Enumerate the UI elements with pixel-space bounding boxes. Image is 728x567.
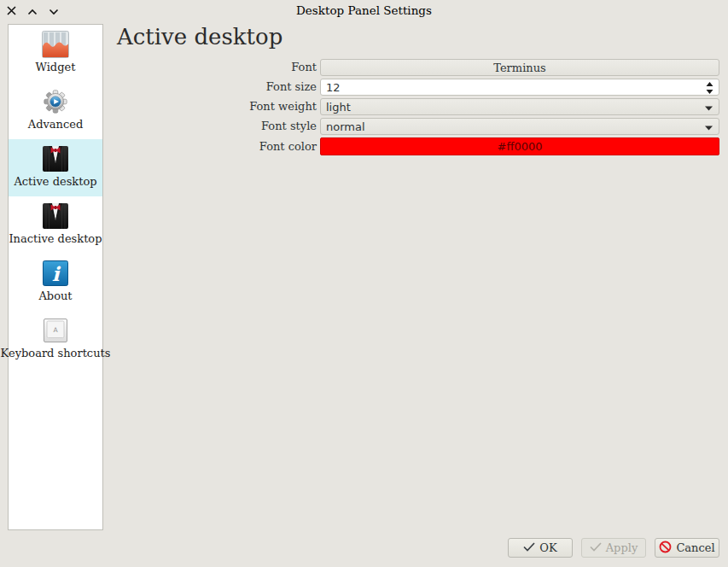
sidebar-item-keyboard-shortcuts[interactable]: A Keyboard shortcuts	[9, 311, 102, 368]
font-color-row: Font color #ff0000	[115, 137, 719, 155]
font-style-label: Font style	[115, 118, 320, 135]
sidebar-item-label: Active desktop	[14, 175, 96, 188]
svg-text:A: A	[53, 326, 58, 334]
font-size-label: Font size	[115, 79, 320, 96]
titlebar: Desktop Panel Settings	[0, 0, 728, 20]
font-weight-row: Font weight light	[115, 98, 719, 115]
font-weight-dropdown[interactable]: light	[320, 98, 719, 115]
sidebar-item-label: Keyboard shortcuts	[1, 347, 111, 359]
font-picker-value: Terminus	[493, 61, 545, 74]
font-weight-label: Font weight	[115, 98, 320, 115]
font-style-value: normal	[326, 120, 365, 133]
sidebar-item-label: Widget	[36, 61, 76, 73]
sidebar-item-label: Advanced	[28, 118, 83, 131]
font-label: Font	[115, 59, 320, 76]
widget-chart-icon	[42, 31, 69, 58]
sidebar-item-active-desktop[interactable]: Active desktop	[9, 139, 102, 196]
keyboard-key-icon: A	[42, 317, 69, 344]
window-title: Desktop Panel Settings	[0, 3, 728, 17]
active-desktop-form: Font Terminus Font size 12 Font weight l…	[115, 59, 719, 158]
font-color-value: #ff0000	[498, 140, 543, 153]
gear-icon	[42, 88, 69, 115]
font-size-value: 12	[326, 81, 341, 94]
info-icon: i	[42, 260, 69, 287]
tuxedo-icon	[42, 145, 69, 172]
sidebar: Widget	[8, 24, 103, 530]
dropdown-arrow-icon	[705, 126, 713, 131]
font-size-spinbox[interactable]: 12	[320, 79, 719, 96]
font-row: Font Terminus	[115, 59, 719, 76]
sidebar-item-about[interactable]: i About	[9, 254, 102, 311]
tuxedo-icon	[42, 202, 69, 230]
font-size-row: Font size 12	[115, 79, 719, 96]
ok-button[interactable]: OK	[508, 538, 573, 558]
font-style-dropdown[interactable]: normal	[320, 118, 719, 135]
check-icon	[590, 541, 602, 554]
sidebar-item-inactive-desktop[interactable]: Inactive desktop	[9, 196, 102, 254]
sidebar-item-advanced[interactable]: Advanced	[9, 82, 102, 139]
dialog-actions: OK Apply Cancel	[508, 538, 719, 558]
check-icon	[523, 541, 535, 554]
font-color-button[interactable]: #ff0000	[320, 137, 719, 155]
apply-button-label: Apply	[606, 541, 638, 554]
dropdown-arrow-icon	[705, 106, 713, 111]
cancel-button[interactable]: Cancel	[655, 538, 719, 558]
apply-button[interactable]: Apply	[581, 538, 646, 558]
sidebar-item-widget[interactable]: Widget	[9, 25, 102, 82]
spinner-up-down-icon[interactable]	[706, 82, 713, 94]
sidebar-item-label: About	[38, 289, 72, 302]
page-title: Active desktop	[117, 24, 282, 50]
font-picker-button[interactable]: Terminus	[320, 59, 719, 76]
cancel-prohibit-icon	[659, 541, 672, 556]
font-weight-value: light	[326, 101, 351, 114]
ok-button-label: OK	[539, 541, 556, 554]
cancel-button-label: Cancel	[676, 541, 714, 554]
sidebar-item-label: Inactive desktop	[9, 232, 102, 245]
font-style-row: Font style normal	[115, 118, 719, 135]
font-color-label: Font color	[115, 138, 320, 155]
